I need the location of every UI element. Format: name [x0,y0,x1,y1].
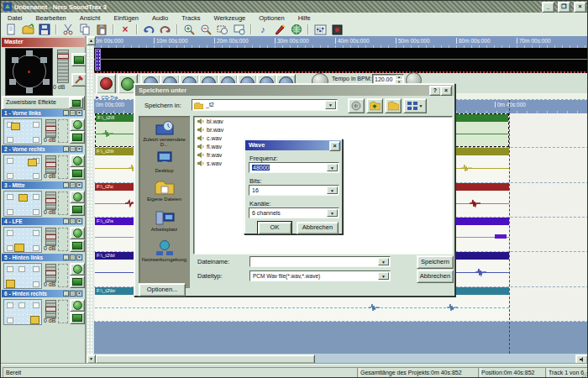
close-button[interactable]: × [574,2,586,13]
view-menu-button[interactable]: ▼ [403,98,427,113]
file-item[interactable]: br.wav [194,125,452,134]
save-button[interactable]: Speichern [417,255,454,269]
cut-icon[interactable] [60,24,76,35]
cancel-button[interactable]: Abbrechen [417,270,454,283]
minimize-button[interactable]: _ [542,2,554,13]
combo-arrow-icon[interactable]: ▼ [327,209,338,217]
master-effects-button[interactable] [71,53,87,66]
overview-band[interactable] [93,48,588,73]
track-minimize-icon[interactable]: _ [63,291,69,297]
close-icon[interactable]: × [440,86,452,96]
track-record-button[interactable] [70,239,85,252]
filename-combobox[interactable]: ▼ [249,256,391,267]
track-header-5[interactable]: 5 - Hinten links_□× [2,254,83,261]
menu-audio[interactable]: Audio [145,14,175,22]
delete-icon[interactable]: × [118,24,133,35]
combo-arrow-icon[interactable]: ▼ [378,258,389,265]
menu-werkzeuge[interactable]: Werkzeuge [207,14,252,22]
track-header-2[interactable]: 2 - Vorne rechts_□× [2,145,83,153]
overview-ruler[interactable]: 0m 00s:000 10m 00s:000 20m 00s:000 30m 0… [93,36,588,48]
track-panner[interactable] [3,191,42,217]
place-arbeitsplatz[interactable]: Arbeitsplatz [139,210,190,232]
save-in-combobox[interactable]: _t2 ▼ [192,99,338,111]
track-header-4[interactable]: 4 - LFE_□× [2,218,83,225]
audio-tool-icon[interactable] [272,24,287,35]
up-one-level-button[interactable] [366,98,383,113]
wave-editor-icon[interactable]: ♪ [255,24,270,35]
track-fx-button[interactable] [70,191,85,203]
track-record-button[interactable] [70,167,85,180]
place-desktop[interactable]: Desktop [139,151,190,173]
paste-icon[interactable] [94,24,109,35]
track-maximize-icon[interactable]: □ [70,291,76,297]
track-fx-button[interactable] [70,263,85,276]
track-maximize-icon[interactable]: □ [70,218,76,224]
track-close-icon[interactable]: × [76,218,82,224]
scroll-up-icon[interactable]: ▲ [87,36,96,45]
combo-arrow-icon[interactable]: ▼ [327,164,338,171]
open-folder-icon[interactable] [20,24,35,35]
track-fader[interactable] [45,264,56,282]
restore-button[interactable]: ❐ [558,2,570,13]
resize-grip[interactable] [580,371,588,378]
place-eigene-dateien[interactable]: Eigene Dateien [139,180,190,202]
track-record-button[interactable] [70,276,85,288]
track-close-icon[interactable]: × [76,182,82,188]
close-icon[interactable]: × [329,141,340,151]
combo-arrow-icon[interactable]: ▼ [378,272,389,280]
track-minimize-icon[interactable]: _ [63,146,69,152]
track-fx-button[interactable] [70,155,85,167]
menu-tracks[interactable]: Tracks [175,14,207,22]
timeline-hscrollbar[interactable] [93,354,588,364]
track-close-icon[interactable]: × [76,255,82,260]
track-close-icon[interactable]: × [76,110,82,116]
track-record-button[interactable] [70,131,85,144]
bits-combobox[interactable]: 16▼ [249,185,339,196]
track-maximize-icon[interactable]: □ [70,110,76,116]
save-dialog-titlebar[interactable]: Speichern unter ? × [135,85,454,96]
track-record-button[interactable] [70,312,85,324]
menu-ansicht[interactable]: Ansicht [73,14,108,22]
track-header-6[interactable]: 6 - Hinten rechts_□× [2,290,83,297]
track-close-icon[interactable]: × [76,291,82,297]
track-fx-button[interactable] [70,299,85,312]
track-fader[interactable] [45,192,56,210]
track-minimize-icon[interactable]: _ [63,218,69,224]
tempo-up-icon[interactable]: ▲ [396,75,402,79]
zoom-all-icon[interactable] [232,24,247,35]
place-recent[interactable]: Zuletzt verwendete D... [139,120,190,148]
effects-bar-button[interactable] [69,97,83,108]
menu-optionen[interactable]: Optionen [252,14,291,22]
frequency-combobox[interactable]: 48000▼ [249,162,339,173]
combo-arrow-icon[interactable]: ▼ [327,186,338,194]
ok-button[interactable]: OK [258,222,291,234]
track-fader[interactable] [45,300,56,318]
scroll-down-icon[interactable]: ▼ [87,354,96,364]
track-panner[interactable] [3,263,42,289]
track-maximize-icon[interactable]: □ [70,255,76,260]
menu-bearbeiten[interactable]: Bearbeiten [29,14,73,22]
combo-arrow-icon[interactable]: ▼ [325,101,336,109]
master-panner[interactable] [5,48,53,96]
file-item[interactable]: bl.wav [194,117,452,125]
menu-einfuegen[interactable]: Einfügen [107,14,145,22]
save-icon[interactable] [37,24,52,35]
track-maximize-icon[interactable]: □ [70,146,76,152]
menu-datei[interactable]: Datei [1,14,29,22]
copy-icon[interactable] [77,24,92,35]
master-fader[interactable] [57,50,69,83]
zoom-out-icon[interactable] [198,24,213,35]
karaoke-icon[interactable] [329,24,344,35]
new-document-icon[interactable] [3,24,18,35]
back-button[interactable] [348,98,365,113]
wave-dialog-titlebar[interactable]: Wave × [245,140,341,150]
master-header[interactable]: Master [2,38,88,47]
track-fx-button[interactable] [70,118,85,131]
wave-cancel-button[interactable]: Abbrechen [297,222,339,234]
undo-icon[interactable] [141,24,156,35]
redo-icon[interactable] [158,24,173,35]
track-maximize-icon[interactable]: □ [70,182,76,188]
internet-icon[interactable] [289,24,304,35]
track-fader[interactable] [45,155,56,174]
filetype-combobox[interactable]: PCM Wav file(*.wav,*.wave)▼ [249,270,391,281]
